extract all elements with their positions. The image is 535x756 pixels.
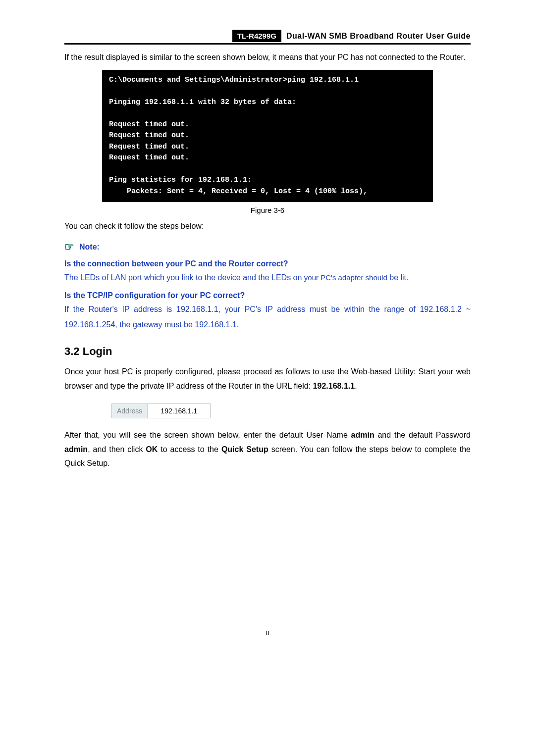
- document-page: TL-R4299G Dual-WAN SMB Broadband Router …: [0, 0, 535, 666]
- login-p1-ip: 192.168.1.1: [313, 382, 355, 390]
- lp2-e: , and then click: [88, 445, 146, 454]
- lp2-a: After that, you will see the screen show…: [64, 431, 351, 439]
- note-label: Note:: [79, 243, 100, 252]
- lp2-g: to access to the: [158, 445, 221, 454]
- lp2-h: Quick Setup: [221, 445, 268, 454]
- lp2-d: admin: [64, 445, 88, 454]
- answer-1-part3: be lit.: [387, 273, 409, 282]
- answer-1: The LEDs of LAN port which you link to t…: [64, 270, 471, 285]
- cmd-line: Request timed out.: [109, 120, 189, 129]
- question-2: Is the TCP/IP configuration for your PC …: [64, 291, 471, 300]
- login-paragraph-1: Once your host PC is properly configured…: [64, 365, 471, 394]
- address-value: 192.168.1.1: [148, 404, 210, 418]
- cmd-line: Ping statistics for 192.168.1.1:: [109, 176, 252, 184]
- question-1: Is the connection between your PC and th…: [64, 259, 471, 268]
- page-header: TL-R4299G Dual-WAN SMB Broadband Router …: [64, 30, 471, 45]
- login-p1-text: Once your host PC is properly configured…: [64, 367, 471, 390]
- cmd-line: Packets: Sent = 4, Received = 0, Lost = …: [109, 187, 368, 196]
- intro-paragraph: If the result displayed is similar to th…: [64, 50, 471, 65]
- answer-1-part1: The LEDs of LAN port which you link to t…: [64, 273, 304, 282]
- address-bar: Address 192.168.1.1: [111, 403, 211, 418]
- address-label: Address: [112, 404, 148, 418]
- login-paragraph-2: After that, you will see the screen show…: [64, 428, 471, 471]
- lp2-c: and the default Password: [374, 431, 471, 439]
- terminal-output: C:\Documents and Settings\Administrator>…: [102, 70, 433, 202]
- cmd-line: Request timed out.: [109, 143, 189, 151]
- guide-title: Dual-WAN SMB Broadband Router User Guide: [286, 32, 471, 41]
- check-text: You can check it follow the steps below:: [64, 219, 471, 234]
- note-row: ☞ Note:: [64, 241, 471, 253]
- cmd-line: Request timed out.: [109, 153, 189, 162]
- answer-1-part2: your PC's adapter should: [304, 273, 387, 282]
- cmd-line: Pinging 192.168.1.1 with 32 bytes of dat…: [109, 98, 296, 106]
- cmd-line: Request timed out.: [109, 131, 189, 140]
- page-number: 8: [64, 629, 471, 637]
- figure-caption: Figure 3-6: [64, 206, 471, 214]
- login-p1-end: .: [355, 382, 357, 390]
- lp2-b: admin: [351, 431, 374, 439]
- model-label: TL-R4299G: [232, 30, 281, 42]
- section-heading: 3.2 Login: [64, 345, 471, 358]
- answer-2: If the Router's IP address is 192.168.1.…: [64, 302, 471, 332]
- cmd-line: C:\Documents and Settings\Administrator>…: [109, 76, 359, 84]
- pointing-hand-icon: ☞: [64, 241, 74, 253]
- lp2-f: OK: [146, 445, 158, 454]
